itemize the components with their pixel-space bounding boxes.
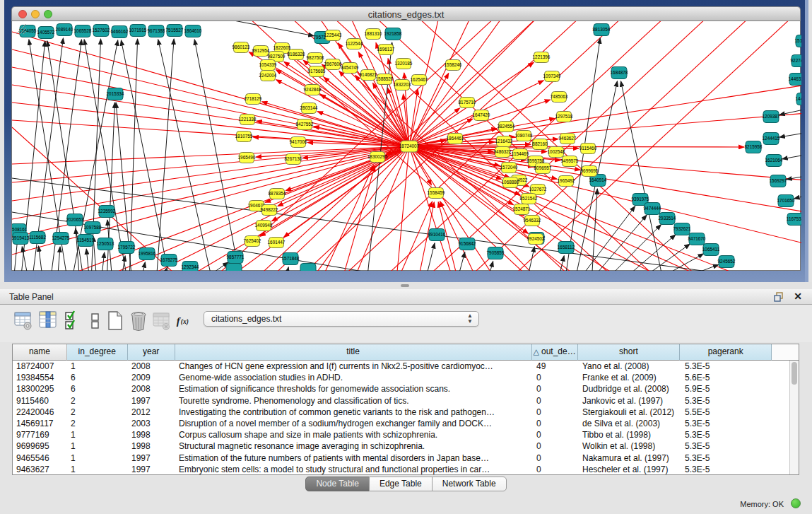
cell-pagerank: 5.3E-5 bbox=[681, 464, 773, 475]
tab-edge-table[interactable]: Edge Table bbox=[369, 477, 433, 491]
cell-year: 2003 bbox=[128, 418, 175, 429]
cell-title: Embryonic stem cells: a model to study s… bbox=[175, 464, 533, 475]
rows-icon[interactable] bbox=[86, 310, 105, 332]
graph-node-label: 1097588 bbox=[84, 225, 102, 230]
graph-node-label: 1250513 bbox=[97, 241, 114, 246]
graph-node-label: 9857771 bbox=[227, 255, 245, 259]
graph-node-label: 1621064 bbox=[765, 158, 783, 163]
tab-network-table[interactable]: Network Table bbox=[432, 477, 507, 491]
graph-node-label: 1071915 bbox=[129, 28, 147, 33]
float-window-icon[interactable] bbox=[774, 292, 784, 302]
cell-year: 1998 bbox=[128, 429, 175, 440]
cell-out_degree: 0 bbox=[533, 395, 579, 407]
table-row[interactable]: 1872400712008Changes of HCN gene express… bbox=[13, 361, 799, 372]
citation-graph[interactable]: 1394055140557220891401065528152760264661… bbox=[12, 21, 801, 271]
cell-in_degree: 1 bbox=[67, 464, 128, 475]
graph-node-label: 9242848 bbox=[304, 87, 322, 92]
table-row[interactable]: 911546021997Tourette syndrome. Phenomeno… bbox=[13, 395, 799, 407]
column-header-pagerank[interactable]: pagerank bbox=[680, 344, 772, 361]
select-all-check-icon[interactable] bbox=[64, 310, 82, 332]
cell-in_degree: 6 bbox=[67, 383, 128, 395]
column-header-name[interactable]: name bbox=[13, 344, 67, 361]
graph-node-label: 1658112 bbox=[558, 245, 575, 250]
graph-node-label: 18724007 bbox=[399, 144, 420, 148]
cell-pagerank: 5.9E-5 bbox=[681, 383, 773, 395]
graph-node-label: 9860123 bbox=[233, 45, 250, 49]
cell-short: Franke et al. (2009) bbox=[579, 372, 681, 383]
tab-node-table[interactable]: Node Table bbox=[305, 477, 370, 491]
graph-node-label: 1810755 bbox=[235, 134, 253, 139]
column-header-title[interactable]: title bbox=[175, 344, 532, 361]
table-row[interactable]: 1938455462009Genome-wide association stu… bbox=[13, 372, 799, 383]
cell-pagerank: 5.6E-5 bbox=[681, 372, 773, 383]
graph-node-label: 1405572 bbox=[37, 30, 55, 35]
function-builder-icon[interactable]: f (x) bbox=[175, 310, 194, 332]
table-select-dropdown[interactable]: citations_edges.txt ▲▼ bbox=[204, 311, 479, 327]
table-header-row: namein_degreeyeartitle△out_de…shortpager… bbox=[13, 344, 799, 361]
graph-node-label: 1292344 bbox=[182, 264, 199, 269]
table-row[interactable]: 1456911722003Disruption of a novel membe… bbox=[13, 418, 799, 429]
cell-pagerank: 5.3E-5 bbox=[681, 395, 773, 407]
graph-node-label: 8910416 bbox=[428, 232, 446, 237]
close-panel-icon[interactable]: ✕ bbox=[794, 291, 802, 302]
graph-node-label: 18300295 bbox=[367, 154, 388, 159]
graph-edge bbox=[141, 262, 145, 271]
graph-node-label: 9146821 bbox=[360, 72, 377, 77]
table-row[interactable]: 969969511998Structural magnetic resonanc… bbox=[13, 440, 799, 452]
split-pane-divider[interactable] bbox=[0, 282, 812, 289]
graph-node-label: 1527602 bbox=[93, 28, 110, 33]
network-window: citations_edges.txt 13940551405572208914… bbox=[11, 6, 801, 271]
cell-name: 14569117 bbox=[13, 418, 67, 429]
divider-handle[interactable] bbox=[401, 284, 409, 287]
graph-node[interactable] bbox=[226, 264, 242, 271]
column-header-year[interactable]: year bbox=[128, 344, 175, 361]
cell-short: Tibbo et al. (1998) bbox=[579, 429, 681, 440]
table-row[interactable]: 946554611997Estimation of the future num… bbox=[13, 452, 799, 464]
column-select-icon[interactable] bbox=[39, 310, 57, 332]
graph-node-label: 1225443 bbox=[324, 33, 342, 37]
graph-edge bbox=[199, 262, 228, 271]
cell-short: de Silva et al. (2003) bbox=[579, 418, 681, 429]
cell-out_degree: 0 bbox=[533, 407, 579, 418]
graph-node-label: 1154469 bbox=[512, 151, 529, 156]
graph-node-label: 1640914 bbox=[589, 177, 607, 182]
cell-title: Disruption of a novel member of a sodium… bbox=[175, 418, 533, 429]
cell-out_degree: 0 bbox=[533, 372, 579, 383]
cell-year: 2009 bbox=[128, 372, 175, 383]
vertical-scrollbar[interactable] bbox=[789, 361, 799, 474]
column-header-short[interactable]: short bbox=[578, 344, 681, 361]
delete-trash-icon[interactable] bbox=[129, 310, 148, 332]
graph-node-label: 8186328 bbox=[288, 52, 305, 57]
graph-node-label: 1510354 bbox=[795, 38, 801, 43]
graph-node-label: 2867606 bbox=[324, 62, 342, 66]
scrollbar-thumb[interactable] bbox=[792, 362, 797, 385]
table-body: 1872400712008Changes of HCN gene express… bbox=[13, 361, 799, 475]
resize-grip-icon[interactable] bbox=[12, 21, 26, 34]
graph-node-label: 7905859 bbox=[487, 250, 505, 255]
graph-node-label: 9474444 bbox=[644, 206, 661, 211]
cell-year: 2012 bbox=[128, 407, 175, 418]
table-row[interactable]: 946362711997Embryonic stem cells: a mode… bbox=[13, 464, 799, 475]
new-table-icon[interactable] bbox=[106, 310, 124, 332]
graph-node-label: 1558246 bbox=[445, 62, 462, 67]
table-row[interactable]: 977716911998Corpus callosum shape and si… bbox=[13, 429, 799, 440]
graph-node-label: 9671388 bbox=[148, 28, 165, 33]
graph-edge bbox=[782, 153, 801, 159]
graph-node-label: 3919413 bbox=[12, 235, 30, 240]
table-settings-icon[interactable] bbox=[14, 310, 33, 332]
cell-in_degree: 2 bbox=[67, 418, 128, 429]
table-row[interactable]: 2242004622012Investigating the contribut… bbox=[13, 407, 799, 418]
column-header-out_degree[interactable]: △out_de… bbox=[532, 344, 578, 361]
graph-node-label: 1221338 bbox=[239, 117, 257, 122]
graph-node-label: 1684878 bbox=[611, 70, 628, 75]
table-row[interactable]: 1830029562008Estimation of significance … bbox=[13, 383, 799, 395]
column-header-in_degree[interactable]: in_degree bbox=[67, 344, 128, 361]
graph-node[interactable] bbox=[300, 264, 316, 271]
graph-node-label: 1216432 bbox=[495, 139, 513, 144]
graph-node-label: 1115682 bbox=[29, 235, 46, 240]
cell-pagerank: 5.3E-5 bbox=[681, 452, 773, 464]
network-canvas[interactable]: 1394055140557220891401065528152760264661… bbox=[11, 21, 801, 271]
graph-edge bbox=[565, 38, 600, 271]
graph-edge bbox=[186, 21, 314, 36]
network-window-titlebar[interactable]: citations_edges.txt bbox=[11, 6, 801, 21]
